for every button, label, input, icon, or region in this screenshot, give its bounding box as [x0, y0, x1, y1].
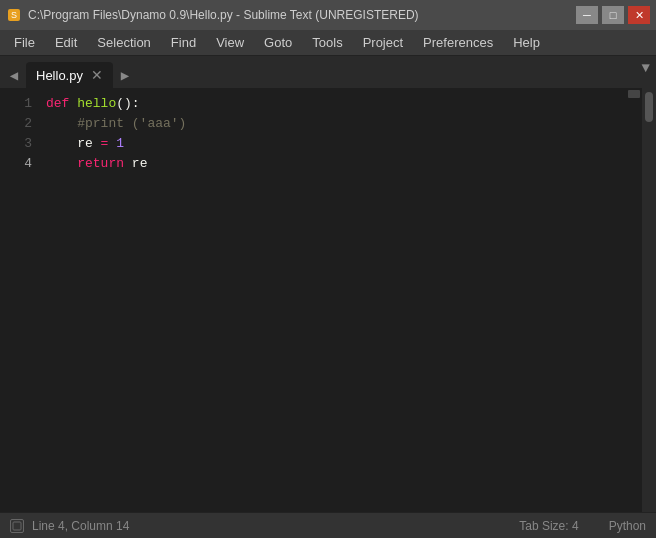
menu-selection[interactable]: Selection — [87, 32, 160, 53]
line-num-2: 2 — [0, 114, 32, 134]
minimap-indicator — [628, 90, 640, 98]
editor-area: 1 2 3 4 def hello(): #print ('aaa') re =… — [0, 88, 656, 512]
svg-rect-2 — [13, 522, 21, 530]
line-numbers: 1 2 3 4 — [0, 88, 42, 512]
menu-view[interactable]: View — [206, 32, 254, 53]
menu-bar: File Edit Selection Find View Goto Tools… — [0, 30, 656, 56]
tab-size: Tab Size: 4 — [519, 519, 578, 533]
tab-nav-left[interactable]: ◀ — [4, 62, 24, 88]
line-num-3: 3 — [0, 134, 32, 154]
svg-text:S: S — [11, 10, 17, 20]
tab-nav-right[interactable]: ▶ — [115, 62, 135, 88]
menu-goto[interactable]: Goto — [254, 32, 302, 53]
app-icon: S — [6, 7, 22, 23]
minimap — [622, 88, 642, 512]
menu-preferences[interactable]: Preferences — [413, 32, 503, 53]
status-right: Tab Size: 4 Python — [519, 519, 646, 533]
line-num-4: 4 — [0, 154, 32, 174]
code-line-4: return re — [46, 154, 622, 174]
status-bar: Line 4, Column 14 Tab Size: 4 Python — [0, 512, 656, 538]
code-line-1: def hello(): — [46, 94, 622, 114]
status-indicator — [10, 519, 24, 533]
menu-tools[interactable]: Tools — [302, 32, 352, 53]
cursor-position: Line 4, Column 14 — [32, 519, 129, 533]
scrollbar-thumb[interactable] — [645, 92, 653, 122]
tab-bar: ◀ Hello.py ✕ ▶ ▼ — [0, 56, 656, 88]
tab-close-button[interactable]: ✕ — [91, 68, 103, 82]
maximize-button[interactable]: □ — [602, 6, 624, 24]
window-title: C:\Program Files\Dynamo 0.9\Hello.py - S… — [28, 8, 419, 22]
menu-project[interactable]: Project — [353, 32, 413, 53]
menu-edit[interactable]: Edit — [45, 32, 87, 53]
status-left: Line 4, Column 14 — [10, 519, 129, 533]
line-num-1: 1 — [0, 94, 32, 114]
scrollbar[interactable] — [642, 88, 656, 512]
menu-help[interactable]: Help — [503, 32, 550, 53]
menu-find[interactable]: Find — [161, 32, 206, 53]
title-bar-left: S C:\Program Files\Dynamo 0.9\Hello.py -… — [6, 7, 419, 23]
tab-hello-py[interactable]: Hello.py ✕ — [26, 62, 113, 88]
tab-filename: Hello.py — [36, 68, 83, 83]
code-line-2: #print ('aaa') — [46, 114, 622, 134]
code-line-3: re = 1 — [46, 134, 622, 154]
menu-file[interactable]: File — [4, 32, 45, 53]
code-area[interactable]: def hello(): #print ('aaa') re = 1 retur… — [42, 88, 622, 512]
title-bar: S C:\Program Files\Dynamo 0.9\Hello.py -… — [0, 0, 656, 30]
window-controls: ─ □ ✕ — [576, 6, 650, 24]
close-button[interactable]: ✕ — [628, 6, 650, 24]
minimize-button[interactable]: ─ — [576, 6, 598, 24]
syntax-label: Python — [609, 519, 646, 533]
tab-dropdown-button[interactable]: ▼ — [642, 60, 650, 76]
